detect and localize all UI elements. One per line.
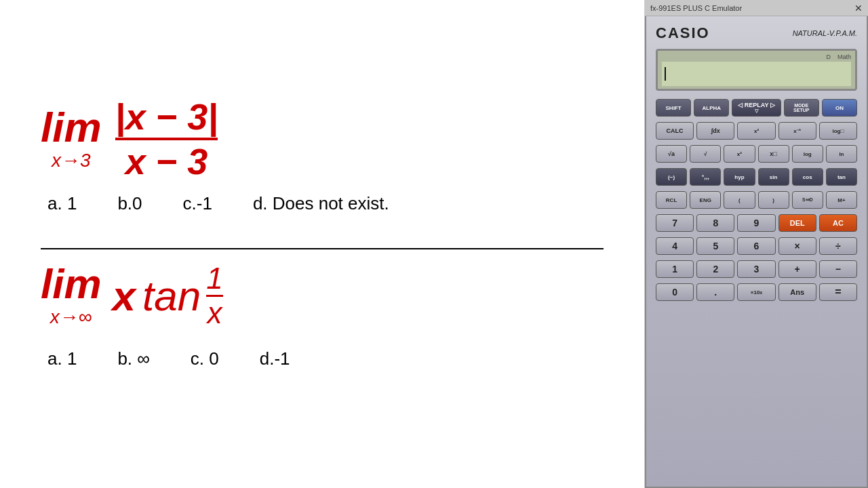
close-paren-button[interactable]: ) — [758, 191, 789, 209]
exp10-button[interactable]: ×10x — [737, 283, 775, 301]
limit-expr-2: lim x→∞ x tan 1 x — [41, 263, 604, 328]
m-plus-button[interactable]: M+ — [826, 191, 857, 209]
zero-button[interactable]: 0 — [656, 283, 694, 301]
casio-brand: CASIO — [656, 24, 710, 42]
degrees-button[interactable]: °,,, — [690, 168, 721, 186]
lim-word-1: lim — [41, 106, 102, 148]
calc-titlebar: fx-991ES PLUS C Emulator ✕ — [645, 0, 868, 16]
answer-2d: d.-1 — [260, 348, 290, 369]
frac-den-1: x − 3 — [125, 140, 208, 180]
lim-sub-2: x→∞ — [50, 306, 92, 328]
five-button[interactable]: 5 — [696, 237, 734, 255]
answer-1d: d. Does not exist. — [253, 193, 389, 214]
close-button[interactable]: ✕ — [854, 3, 863, 14]
calc-title: fx-991ES PLUS C Emulator — [650, 4, 742, 12]
multiply-button[interactable]: × — [778, 237, 816, 255]
one-button[interactable]: 1 — [656, 260, 694, 278]
button-row-3: √a √ x² x□ log ln — [656, 145, 857, 163]
x-power-button[interactable]: x□ — [758, 145, 789, 163]
tan-func: tan — [142, 272, 201, 320]
tan-fraction: 1 x — [206, 264, 222, 328]
shift-button[interactable]: SHIFT — [656, 99, 691, 117]
neg-button[interactable]: (−) — [656, 168, 687, 186]
ans-button[interactable]: Ans — [778, 283, 816, 301]
seven-button[interactable]: 7 — [656, 214, 694, 232]
lim-part-1: lim x→3 — [41, 106, 102, 171]
tan-button[interactable]: tan — [826, 168, 857, 186]
hyp-button[interactable]: hyp — [724, 168, 755, 186]
fraction-1: |x − 3| x − 3 — [115, 98, 218, 180]
math-panel: lim x→3 |x − 3| x − 3 a. 1 b.0 c.-1 d. D… — [0, 0, 644, 488]
answers-2: a. 1 b. ∞ c. 0 d.-1 — [41, 348, 604, 369]
sin-button[interactable]: sin — [758, 168, 789, 186]
lim-word-2: lim — [41, 263, 102, 305]
on-button[interactable]: ON — [822, 99, 857, 117]
indicator-d: D — [826, 54, 831, 60]
del-button[interactable]: DEL — [778, 214, 816, 232]
lim-sub-1: x→3 — [52, 150, 91, 171]
two-button[interactable]: 2 — [696, 260, 734, 278]
button-row-6: 7 8 9 DEL AC — [656, 214, 857, 232]
calc-button[interactable]: CALC — [656, 122, 694, 140]
replay-button[interactable]: ◁ REPLAY ▷▽ — [732, 99, 781, 117]
lim-part-2: lim x→∞ — [41, 263, 102, 328]
answers-1: a. 1 b.0 c.-1 d. Does not exist. — [41, 193, 604, 214]
eng-button[interactable]: ENG — [690, 191, 721, 209]
calculator-screen: D Math — [656, 49, 857, 91]
equals-button[interactable]: = — [819, 283, 857, 301]
sqrt-button[interactable]: √ — [690, 145, 721, 163]
log-box-button[interactable]: log□ — [819, 122, 857, 140]
answer-2b: b. ∞ — [117, 348, 149, 369]
button-row-2: CALC ∫dx x² x⁻¹ log□ — [656, 122, 857, 140]
screen-display — [662, 62, 851, 86]
tan-expression: x tan 1 x — [113, 264, 223, 328]
answer-1c: c.-1 — [183, 193, 212, 214]
eight-button[interactable]: 8 — [696, 214, 734, 232]
limit-expr-1: lim x→3 |x − 3| x − 3 — [41, 98, 604, 180]
decimal-button[interactable]: . — [696, 283, 734, 301]
divider — [41, 248, 604, 249]
three-button[interactable]: 3 — [737, 260, 775, 278]
brand-row: CASIO NATURAL-V.P.A.M. — [656, 24, 857, 42]
x2-button[interactable]: x² — [724, 145, 755, 163]
mode-setup-button[interactable]: MODESETUP — [784, 99, 819, 117]
cursor — [665, 67, 666, 81]
four-button[interactable]: 4 — [656, 237, 694, 255]
alpha-button[interactable]: ALPHA — [694, 99, 729, 117]
minus-button[interactable]: − — [819, 260, 857, 278]
answer-1b: b.0 — [117, 193, 142, 214]
button-row-8: 1 2 3 + − — [656, 260, 857, 278]
nine-button[interactable]: 9 — [737, 214, 775, 232]
divide-button[interactable]: ÷ — [819, 237, 857, 255]
button-row-4: (−) °,,, hyp sin cos tan — [656, 168, 857, 186]
s-d-button[interactable]: S⇔D — [792, 191, 823, 209]
integral-button[interactable]: ∫dx — [696, 122, 734, 140]
frac-num-1: |x − 3| — [115, 98, 218, 138]
tan-frac-num: 1 — [206, 264, 222, 295]
button-row-9: 0 . ×10x Ans = — [656, 283, 857, 301]
x-inverse-button[interactable]: x⁻¹ — [778, 122, 816, 140]
cos-button[interactable]: cos — [792, 168, 823, 186]
plus-button[interactable]: + — [778, 260, 816, 278]
sqrt-a-button[interactable]: √a — [656, 145, 687, 163]
ac-button[interactable]: AC — [819, 214, 857, 232]
log-button[interactable]: log — [792, 145, 823, 163]
open-paren-button[interactable]: ( — [724, 191, 755, 209]
button-row-5: RCL ENG ( ) S⇔D M+ — [656, 191, 857, 209]
tan-frac-den: x — [208, 297, 222, 328]
vpam-brand: NATURAL-V.P.A.M. — [793, 29, 857, 37]
problem-1-block: lim x→3 |x − 3| x − 3 a. 1 b.0 c.-1 d. D… — [41, 98, 604, 214]
screen-indicators: D Math — [662, 54, 851, 60]
problem-2-block: lim x→∞ x tan 1 x a. 1 b. ∞ c. 0 d.-1 — [41, 263, 604, 369]
six-button[interactable]: 6 — [737, 237, 775, 255]
answer-1a: a. 1 — [47, 193, 77, 214]
answer-2a: a. 1 — [47, 348, 77, 369]
tan-x-var: x — [113, 272, 136, 320]
ln-button[interactable]: ln — [826, 145, 857, 163]
calculator-body: CASIO NATURAL-V.P.A.M. D Math SHIFT ALPH… — [645, 16, 868, 488]
answer-2c: c. 0 — [191, 348, 219, 369]
calculator-panel: fx-991ES PLUS C Emulator ✕ CASIO NATURAL… — [644, 0, 868, 488]
x-squared-button[interactable]: x² — [737, 122, 775, 140]
rcl-button[interactable]: RCL — [656, 191, 687, 209]
button-row-7: 4 5 6 × ÷ — [656, 237, 857, 255]
